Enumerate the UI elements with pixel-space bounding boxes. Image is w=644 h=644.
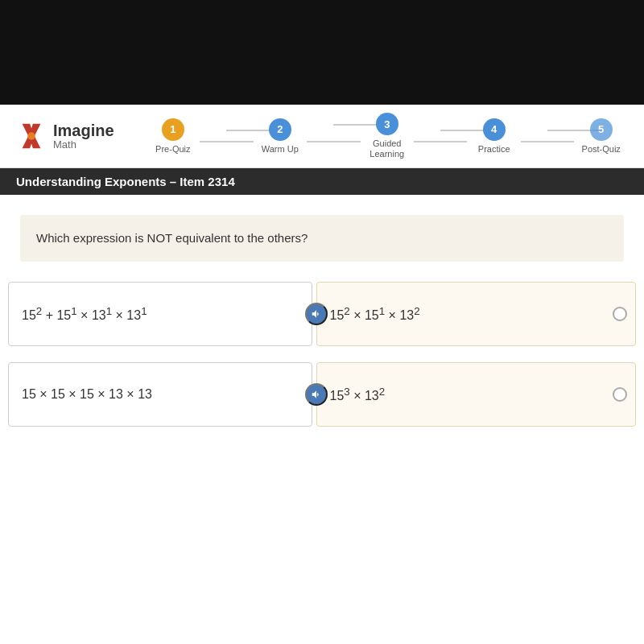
audio-button-1[interactable] bbox=[305, 303, 328, 325]
app-wrapper: Imagine Math 1 Pre-Quiz 2 Warm Up bbox=[0, 0, 644, 644]
step-3-label: GuidedLearning bbox=[369, 138, 404, 159]
logo: Imagine Math bbox=[16, 121, 114, 151]
step-5-circle: 5 bbox=[590, 118, 613, 141]
step-3[interactable]: 3 GuidedLearning bbox=[361, 113, 414, 159]
connector-1-2 bbox=[200, 141, 253, 142]
answer-card-b[interactable]: 152 × 151 × 132 bbox=[316, 282, 637, 346]
step-4-label: Practice bbox=[478, 144, 510, 155]
logo-imagine-label: Imagine bbox=[53, 122, 114, 139]
step-4-circle: 4 bbox=[483, 118, 506, 141]
radio-b[interactable] bbox=[613, 307, 627, 321]
step-1-circle: 1 bbox=[162, 118, 184, 141]
step-2-label: Warm Up bbox=[262, 144, 299, 155]
logo-text: Imagine Math bbox=[53, 122, 114, 151]
step-4[interactable]: 4 Practice bbox=[467, 118, 520, 155]
step-1[interactable]: 1 Pre-Quiz bbox=[147, 118, 200, 155]
speaker-icon bbox=[311, 308, 322, 320]
bottom-padding bbox=[0, 451, 644, 644]
question-container: Which expression is NOT equivalent to th… bbox=[0, 195, 644, 262]
top-black-area bbox=[0, 0, 644, 105]
question-area: Which expression is NOT equivalent to th… bbox=[20, 215, 624, 262]
connector-2-3 bbox=[307, 141, 360, 142]
step-5[interactable]: 5 Post-Quiz bbox=[574, 118, 627, 155]
answer-row-1: 152 + 151 × 131 × 131 152 × 151 × 132 bbox=[8, 282, 636, 346]
step-2[interactable]: 2 Warm Up bbox=[254, 118, 307, 155]
speaker-icon-2 bbox=[311, 389, 322, 400]
answer-row-2: 15 × 15 × 15 × 13 × 13 153 × 132 bbox=[8, 362, 636, 427]
radio-d[interactable] bbox=[613, 387, 627, 402]
title-text: Understanding Exponents – Item 2314 bbox=[16, 175, 235, 188]
answers-section: 152 + 151 × 131 × 131 152 × 151 × 132 bbox=[0, 274, 644, 451]
answer-b-text: 152 × 151 × 132 bbox=[330, 305, 420, 323]
title-bar: Understanding Exponents – Item 2314 bbox=[0, 168, 644, 195]
step-2-circle: 2 bbox=[269, 118, 291, 141]
step-1-label: Pre-Quiz bbox=[155, 144, 190, 155]
connector-3-4 bbox=[414, 141, 467, 142]
answer-a-text: 152 + 151 × 131 × 131 bbox=[22, 305, 147, 323]
progress-bar: 1 Pre-Quiz 2 Warm Up 3 GuidedLearning bbox=[147, 113, 628, 159]
answer-card-d[interactable]: 153 × 132 bbox=[316, 362, 637, 427]
svg-point-1 bbox=[27, 132, 35, 140]
logo-math-label: Math bbox=[53, 139, 114, 151]
step-3-circle: 3 bbox=[376, 113, 398, 135]
main-content: Imagine Math 1 Pre-Quiz 2 Warm Up bbox=[0, 105, 644, 644]
question-text: Which expression is NOT equivalent to th… bbox=[36, 231, 308, 245]
answer-c-text: 15 × 15 × 15 × 13 × 13 bbox=[22, 387, 152, 402]
answer-card-a[interactable]: 152 + 151 × 131 × 131 bbox=[8, 282, 312, 346]
answer-card-c[interactable]: 15 × 15 × 15 × 13 × 13 bbox=[8, 362, 312, 427]
imagine-logo-icon bbox=[16, 121, 47, 151]
step-5-label: Post-Quiz bbox=[582, 144, 621, 155]
connector-4-5 bbox=[521, 141, 574, 142]
answer-d-text: 153 × 132 bbox=[330, 386, 386, 403]
audio-button-2[interactable] bbox=[305, 383, 328, 406]
header: Imagine Math 1 Pre-Quiz 2 Warm Up bbox=[0, 105, 644, 168]
